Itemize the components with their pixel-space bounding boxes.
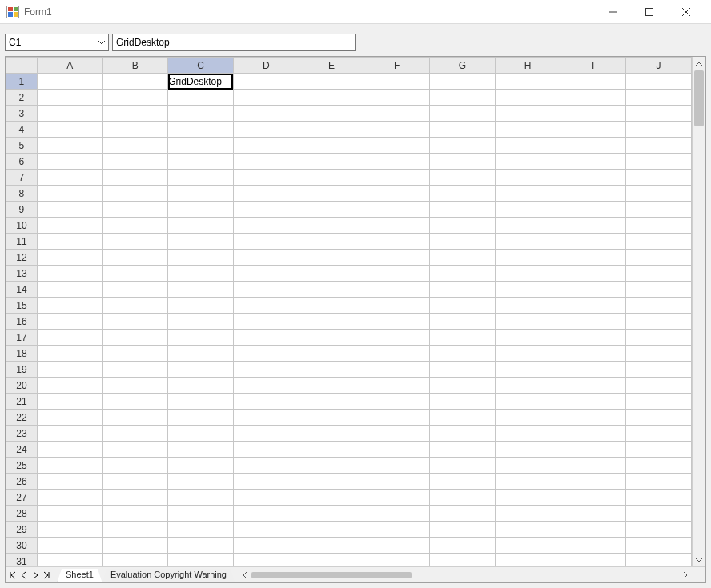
cell-A2[interactable]	[37, 90, 102, 106]
cell-F21[interactable]	[364, 394, 430, 410]
cell-B13[interactable]	[102, 266, 168, 282]
cell-C24[interactable]	[168, 442, 234, 458]
cell-H13[interactable]	[495, 266, 560, 282]
cell-E4[interactable]	[299, 122, 364, 138]
cell-C15[interactable]	[168, 298, 234, 314]
cell-E10[interactable]	[299, 218, 364, 234]
cell-F6[interactable]	[364, 154, 430, 170]
cell-J18[interactable]	[626, 346, 692, 362]
cell-I19[interactable]	[560, 362, 626, 378]
cell-J17[interactable]	[626, 330, 692, 346]
cell-F29[interactable]	[364, 522, 430, 538]
cell-J26[interactable]	[626, 474, 692, 490]
cell-I1[interactable]	[560, 74, 626, 90]
cell-C23[interactable]	[168, 426, 234, 442]
tab-nav-next[interactable]	[30, 568, 41, 582]
cell-H26[interactable]	[495, 474, 560, 490]
column-header-F[interactable]: F	[364, 58, 430, 74]
cell-A21[interactable]	[37, 394, 102, 410]
cell-I22[interactable]	[560, 410, 626, 426]
column-header-J[interactable]: J	[626, 58, 692, 74]
cell-E19[interactable]	[299, 362, 364, 378]
cell-D26[interactable]	[233, 474, 299, 490]
cell-G25[interactable]	[430, 458, 496, 474]
cell-B12[interactable]	[102, 250, 168, 266]
cell-C2[interactable]	[168, 90, 234, 106]
cell-E1[interactable]	[299, 74, 364, 90]
cell-E18[interactable]	[299, 346, 364, 362]
sheet-tab-0[interactable]: Sheet1	[57, 569, 102, 583]
row-header-25[interactable]: 25	[6, 458, 38, 474]
cell-A29[interactable]	[37, 522, 102, 538]
row-header-17[interactable]: 17	[6, 330, 38, 346]
column-header-H[interactable]: H	[495, 58, 560, 74]
cell-A13[interactable]	[37, 266, 102, 282]
row-header-28[interactable]: 28	[6, 506, 38, 522]
row-header-18[interactable]: 18	[6, 346, 38, 362]
cell-B14[interactable]	[102, 282, 168, 298]
cell-H7[interactable]	[495, 170, 560, 186]
cell-D22[interactable]	[233, 410, 299, 426]
cell-B30[interactable]	[102, 538, 168, 554]
cell-G29[interactable]	[430, 522, 496, 538]
cell-E11[interactable]	[299, 234, 364, 250]
cell-J10[interactable]	[626, 218, 692, 234]
cell-C16[interactable]	[168, 314, 234, 330]
cell-E3[interactable]	[299, 106, 364, 122]
scroll-up-icon[interactable]	[693, 57, 705, 70]
cell-G1[interactable]	[430, 74, 496, 90]
cell-C18[interactable]	[168, 346, 234, 362]
cell-A12[interactable]	[37, 250, 102, 266]
cell-D30[interactable]	[233, 538, 299, 554]
hscroll-thumb[interactable]	[251, 572, 412, 578]
cell-G3[interactable]	[430, 106, 496, 122]
cell-F25[interactable]	[364, 458, 430, 474]
cell-C12[interactable]	[168, 250, 234, 266]
cell-B26[interactable]	[102, 474, 168, 490]
cell-J3[interactable]	[626, 106, 692, 122]
cell-F8[interactable]	[364, 186, 430, 202]
cell-B22[interactable]	[102, 410, 168, 426]
cell-J6[interactable]	[626, 154, 692, 170]
cell-I25[interactable]	[560, 458, 626, 474]
cell-E29[interactable]	[299, 522, 364, 538]
cell-G16[interactable]	[430, 314, 496, 330]
cell-B6[interactable]	[102, 154, 168, 170]
cell-A31[interactable]	[37, 554, 102, 567]
cell-G20[interactable]	[430, 378, 496, 394]
name-box-input[interactable]	[6, 34, 108, 50]
cell-G5[interactable]	[430, 138, 496, 154]
cell-J7[interactable]	[626, 170, 692, 186]
cell-H22[interactable]	[495, 410, 560, 426]
cell-A7[interactable]	[37, 170, 102, 186]
cell-F22[interactable]	[364, 410, 430, 426]
cell-H16[interactable]	[495, 314, 560, 330]
cell-B28[interactable]	[102, 506, 168, 522]
cell-A16[interactable]	[37, 314, 102, 330]
cell-B20[interactable]	[102, 378, 168, 394]
cell-C21[interactable]	[168, 394, 234, 410]
cell-F9[interactable]	[364, 202, 430, 218]
cell-J16[interactable]	[626, 314, 692, 330]
cell-D14[interactable]	[233, 282, 299, 298]
vscroll-track[interactable]	[693, 70, 705, 553]
row-header-2[interactable]: 2	[6, 90, 38, 106]
cell-J9[interactable]	[626, 202, 692, 218]
cell-A8[interactable]	[37, 186, 102, 202]
cell-D6[interactable]	[233, 154, 299, 170]
cell-F28[interactable]	[364, 506, 430, 522]
row-header-30[interactable]: 30	[6, 538, 38, 554]
column-header-G[interactable]: G	[430, 58, 496, 74]
cell-I14[interactable]	[560, 282, 626, 298]
cell-D29[interactable]	[233, 522, 299, 538]
row-header-14[interactable]: 14	[6, 282, 38, 298]
cell-D3[interactable]	[233, 106, 299, 122]
cell-I7[interactable]	[560, 170, 626, 186]
column-header-I[interactable]: I	[560, 58, 626, 74]
column-header-C[interactable]: C	[168, 58, 234, 74]
cell-F23[interactable]	[364, 426, 430, 442]
cell-A20[interactable]	[37, 378, 102, 394]
cell-H24[interactable]	[495, 442, 560, 458]
cell-B31[interactable]	[102, 554, 168, 567]
cell-C22[interactable]	[168, 410, 234, 426]
